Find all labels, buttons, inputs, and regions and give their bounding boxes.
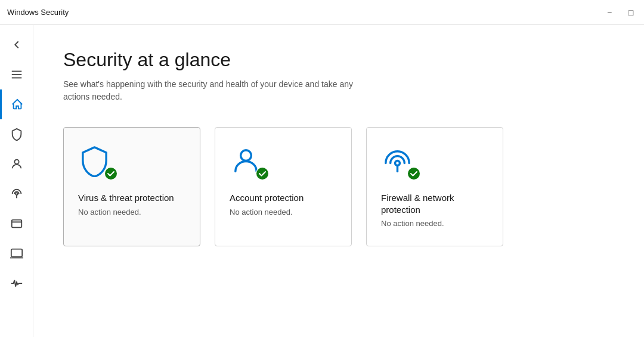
page-title: Security at a glance xyxy=(63,49,614,71)
svg-point-3 xyxy=(14,160,18,164)
back-icon xyxy=(10,38,23,51)
virus-check-badge xyxy=(104,167,117,180)
firewall-card-title: Firewall & network protection xyxy=(381,192,488,215)
firewall-network-card[interactable]: Firewall & network protection No action … xyxy=(366,127,503,246)
account-card-status: No action needed. xyxy=(230,208,337,217)
person-icon xyxy=(10,157,23,171)
svg-point-10 xyxy=(105,168,117,180)
title-bar: Windows Security − □ xyxy=(0,0,644,25)
account-card-icon-wrapper xyxy=(230,144,265,180)
sidebar-item-virus-protection[interactable] xyxy=(0,119,33,149)
svg-point-11 xyxy=(241,150,252,161)
svg-point-12 xyxy=(256,168,268,180)
firewall-check-icon xyxy=(408,168,420,180)
account-check-badge xyxy=(256,167,269,180)
health-icon xyxy=(10,277,23,290)
sidebar-item-device-health[interactable] xyxy=(0,268,33,298)
firewall-check-badge xyxy=(407,167,420,180)
virus-card-icon-wrapper xyxy=(78,144,114,180)
app-body: Security at a glance See what's happenin… xyxy=(0,25,644,337)
account-card-title: Account protection xyxy=(230,192,337,204)
sidebar-item-app-browser[interactable] xyxy=(0,209,33,239)
sidebar-item-menu[interactable] xyxy=(0,60,33,89)
sidebar-item-back[interactable] xyxy=(0,30,33,60)
account-protection-card[interactable]: Account protection No action needed. xyxy=(215,127,352,246)
firewall-card-icon-wrapper xyxy=(381,144,417,180)
home-icon xyxy=(11,98,24,111)
sidebar-item-device-security[interactable] xyxy=(0,239,33,268)
virus-threat-card[interactable]: Virus & threat protection No action need… xyxy=(63,127,200,246)
network-icon xyxy=(10,187,23,200)
menu-icon xyxy=(10,68,23,81)
sidebar-item-home[interactable] xyxy=(0,89,33,119)
virus-card-title: Virus & threat protection xyxy=(78,192,185,204)
virus-check-icon xyxy=(105,168,117,180)
svg-point-15 xyxy=(408,168,420,180)
svg-rect-8 xyxy=(11,249,21,257)
main-content: Security at a glance See what's happenin… xyxy=(33,25,644,337)
svg-rect-6 xyxy=(11,220,21,228)
app-title: Windows Security xyxy=(7,8,69,17)
maximize-button[interactable]: □ xyxy=(625,7,637,18)
laptop-icon xyxy=(10,247,23,260)
minimize-button[interactable]: − xyxy=(603,7,615,18)
security-cards-row: Virus & threat protection No action need… xyxy=(63,127,614,246)
firewall-card-status: No action needed. xyxy=(381,219,488,228)
sidebar xyxy=(0,25,33,337)
shield-icon xyxy=(10,128,23,141)
page-subtitle: See what's happening with the security a… xyxy=(63,78,373,103)
app-browser-icon xyxy=(10,217,23,230)
svg-point-4 xyxy=(16,193,18,195)
virus-card-status: No action needed. xyxy=(78,208,185,217)
sidebar-item-network-protection[interactable] xyxy=(0,179,33,209)
account-check-icon xyxy=(256,168,268,180)
sidebar-item-account-protection[interactable] xyxy=(0,149,33,179)
